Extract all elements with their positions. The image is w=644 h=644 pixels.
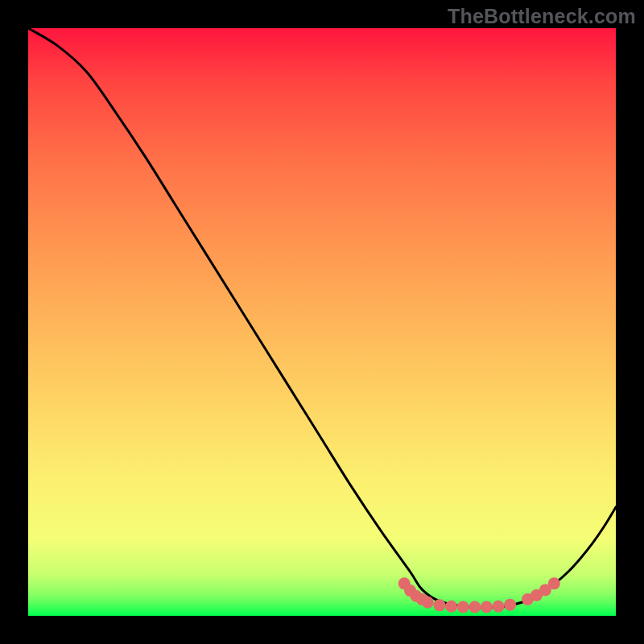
marker-dot: [445, 601, 457, 613]
flat-region-dots: [398, 577, 560, 613]
watermark-text: TheBottleneck.com: [448, 5, 636, 28]
chart-frame: TheBottleneck.com: [0, 0, 644, 644]
curve-svg: [28, 28, 616, 616]
marker-dot: [493, 601, 505, 613]
plot-area: [28, 28, 616, 616]
marker-dot: [548, 577, 560, 589]
bottleneck-curve: [28, 28, 616, 608]
marker-dot: [469, 601, 481, 613]
marker-dot: [434, 599, 446, 611]
marker-dot: [481, 601, 493, 613]
marker-dot: [422, 597, 434, 609]
marker-dot: [504, 599, 516, 611]
marker-dot: [457, 601, 469, 613]
